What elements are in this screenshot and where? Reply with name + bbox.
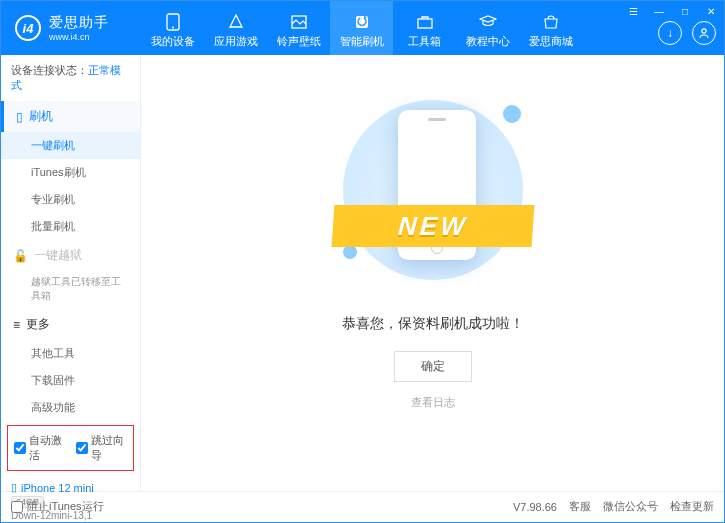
app-url: www.i4.cn [49,32,109,42]
success-illustration: NEW [333,95,533,285]
nav-apps[interactable]: 应用游戏 [204,1,267,55]
check-update-link[interactable]: 检查更新 [670,499,714,514]
menu-icon[interactable]: ☰ [620,1,646,21]
body: 设备连接状态：正常模式 ▯刷机 一键刷机 iTunes刷机 专业刷机 批量刷机 … [1,55,724,491]
close-icon[interactable]: ✕ [698,1,724,21]
wechat-link[interactable]: 微信公众号 [603,499,658,514]
nav-label: 智能刷机 [340,34,384,49]
logo-text: 爱思助手 www.i4.cn [49,14,109,42]
nav-label: 工具箱 [408,34,441,49]
footer-right: V7.98.66 客服 微信公众号 检查更新 [513,499,714,514]
store-icon [542,13,560,31]
app-window: i4 爱思助手 www.i4.cn 我的设备 应用游戏 铃声壁纸 智能刷机 工具… [0,0,725,523]
sidebar: 设备连接状态：正常模式 ▯刷机 一键刷机 iTunes刷机 专业刷机 批量刷机 … [1,55,141,491]
nav-label: 铃声壁纸 [277,34,321,49]
wallpaper-icon [290,13,308,31]
section-flash[interactable]: ▯刷机 [1,101,140,132]
main-content: NEW 恭喜您，保资料刷机成功啦！ 确定 查看日志 [141,55,724,491]
list-icon: ≡ [13,318,20,332]
download-icon[interactable]: ↓ [658,21,682,45]
svg-point-1 [172,27,174,29]
nav-ringtones[interactable]: 铃声壁纸 [267,1,330,55]
customer-service-link[interactable]: 客服 [569,499,591,514]
svg-rect-4 [418,19,432,28]
maximize-icon[interactable]: □ [672,1,698,21]
nav-label: 我的设备 [151,34,195,49]
header-actions: ↓ [658,21,716,45]
skip-guide-checkbox[interactable]: 跳过向导 [76,433,128,463]
logo-icon: i4 [15,15,41,41]
sidebar-other-tools[interactable]: 其他工具 [1,340,140,367]
tutorial-icon [479,13,497,31]
sidebar-itunes-flash[interactable]: iTunes刷机 [1,159,140,186]
minimize-icon[interactable]: — [646,1,672,21]
sidebar-pro-flash[interactable]: 专业刷机 [1,186,140,213]
app-name: 爱思助手 [49,14,109,32]
nav-store[interactable]: 爱思商城 [519,1,582,55]
nav-label: 应用游戏 [214,34,258,49]
titlebar: i4 爱思助手 www.i4.cn 我的设备 应用游戏 铃声壁纸 智能刷机 工具… [1,1,724,55]
nav-label: 教程中心 [466,34,510,49]
options-box: 自动激活 跳过向导 [7,425,134,471]
toolbox-icon [416,13,434,31]
nav-toolbox[interactable]: 工具箱 [393,1,456,55]
svg-point-5 [702,29,706,33]
sidebar-onekey-flash[interactable]: 一键刷机 [1,132,140,159]
phone-icon: ▯ [11,481,17,494]
confirm-button[interactable]: 确定 [394,351,472,382]
logo[interactable]: i4 爱思助手 www.i4.cn [1,14,141,42]
nav-flash[interactable]: 智能刷机 [330,1,393,55]
section-more[interactable]: ≡更多 [1,309,140,340]
sidebar-advanced[interactable]: 高级功能 [1,394,140,421]
auto-activate-checkbox[interactable]: 自动激活 [14,433,66,463]
section-jailbreak[interactable]: 🔓一键越狱 [1,240,140,271]
new-ribbon: NEW [331,205,534,247]
device-icon [164,13,182,31]
sidebar-batch-flash[interactable]: 批量刷机 [1,213,140,240]
device-name: ▯iPhone 12 mini [11,481,130,494]
success-message: 恭喜您，保资料刷机成功啦！ [141,315,724,333]
nav-my-device[interactable]: 我的设备 [141,1,204,55]
main-nav: 我的设备 应用游戏 铃声壁纸 智能刷机 工具箱 教程中心 爱思商城 [141,1,582,55]
view-log-link[interactable]: 查看日志 [141,395,724,410]
lock-icon: 🔓 [13,249,28,263]
jailbreak-note: 越狱工具已转移至工具箱 [1,271,140,309]
phone-icon: ▯ [16,110,23,124]
window-controls: ☰ — □ ✕ [620,1,724,21]
nav-label: 爱思商城 [529,34,573,49]
block-itunes-checkbox[interactable]: 阻止iTunes运行 [11,499,104,514]
user-icon[interactable] [692,21,716,45]
apps-icon [227,13,245,31]
flash-icon [353,13,371,31]
nav-tutorial[interactable]: 教程中心 [456,1,519,55]
version-label: V7.98.66 [513,501,557,513]
sidebar-download-fw[interactable]: 下载固件 [1,367,140,394]
connection-status: 设备连接状态：正常模式 [1,55,140,101]
